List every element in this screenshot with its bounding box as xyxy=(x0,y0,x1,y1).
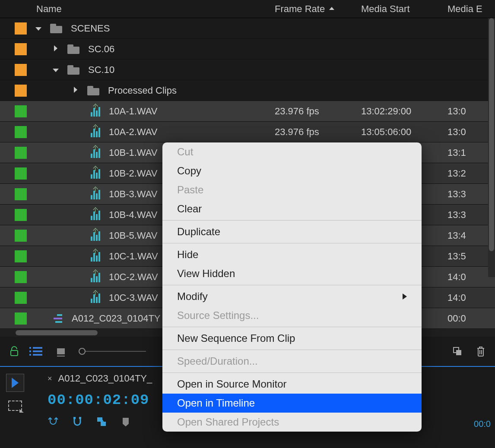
menu-item-label: View Hidden xyxy=(177,268,235,280)
bin-row[interactable]: SCENES xyxy=(0,18,495,39)
menu-item-label: Open Shared Projects xyxy=(177,416,279,428)
lock-icon[interactable] xyxy=(9,346,20,357)
label-swatch[interactable] xyxy=(15,147,27,159)
menu-item-open-shared-projects: Open Shared Projects xyxy=(162,413,422,432)
bin-row[interactable]: SC.10 xyxy=(0,60,495,80)
column-header-media-start[interactable]: Media Start xyxy=(361,3,447,15)
label-swatch[interactable] xyxy=(15,126,27,138)
marker-icon[interactable] xyxy=(120,416,131,427)
label-swatch[interactable] xyxy=(15,312,27,325)
label-swatch[interactable] xyxy=(15,167,27,180)
menu-item-modify[interactable]: Modify xyxy=(162,287,422,306)
svg-rect-0 xyxy=(11,350,18,356)
menu-separator xyxy=(162,327,422,327)
menu-item-label: Speed/Duration... xyxy=(177,355,258,367)
label-swatch[interactable] xyxy=(15,209,27,221)
menu-item-copy[interactable]: Copy xyxy=(162,161,422,180)
label-swatch[interactable] xyxy=(15,250,27,262)
timeline-tab-label: A012_C023_0104TY_ xyxy=(58,373,152,384)
trash-icon[interactable] xyxy=(475,346,486,357)
timeline-right-timecode: 00:0 xyxy=(474,419,491,429)
play-icon xyxy=(12,378,19,388)
menu-item-label: New Sequence From Clip xyxy=(177,332,295,344)
clip-row[interactable]: 10A-2.WAV23.976 fps13:05:06:0013:0 xyxy=(0,122,495,142)
item-name: 10A-1.WAV xyxy=(109,106,275,117)
audio-clip-icon xyxy=(91,168,103,179)
menu-item-open-in-source-monitor[interactable]: Open in Source Monitor xyxy=(162,375,422,394)
menu-item-label: Source Settings... xyxy=(177,309,259,322)
menu-item-paste: Paste xyxy=(162,180,422,199)
folder-icon xyxy=(67,44,81,54)
audio-clip-icon xyxy=(91,230,103,241)
menu-item-label: Copy xyxy=(177,165,201,177)
submenu-arrow-icon xyxy=(403,293,407,300)
column-header-media-end[interactable]: Media E xyxy=(447,3,495,15)
item-name: Processed Clips xyxy=(108,85,275,96)
label-swatch[interactable] xyxy=(15,271,27,283)
audio-clip-icon xyxy=(91,272,103,282)
audio-clip-icon xyxy=(91,210,103,220)
chevron-down-icon[interactable] xyxy=(35,24,42,33)
new-item-icon[interactable] xyxy=(452,346,463,357)
snap-icon[interactable] xyxy=(48,416,59,427)
play-button[interactable] xyxy=(6,374,24,392)
chevron-right-icon[interactable] xyxy=(72,86,79,95)
label-swatch[interactable] xyxy=(15,22,27,35)
label-swatch[interactable] xyxy=(15,64,27,76)
menu-item-clear[interactable]: Clear xyxy=(162,199,422,218)
cell-ms: 13:05:06:00 xyxy=(361,126,447,138)
chevron-right-icon[interactable] xyxy=(52,44,60,54)
audio-clip-icon xyxy=(91,127,103,137)
menu-item-label: Modify xyxy=(177,290,208,303)
label-swatch[interactable] xyxy=(15,230,27,242)
magnet-icon[interactable] xyxy=(72,416,83,427)
menu-item-hide[interactable]: Hide xyxy=(162,245,422,264)
close-tab-icon[interactable]: × xyxy=(48,374,52,383)
bin-row[interactable]: SC.06 xyxy=(0,39,495,60)
menu-item-new-sequence-from-clip[interactable]: New Sequence From Clip xyxy=(162,329,422,348)
svg-rect-4 xyxy=(79,417,81,419)
menu-item-duplicate[interactable]: Duplicate xyxy=(162,222,422,241)
label-swatch[interactable] xyxy=(15,105,27,117)
label-swatch[interactable] xyxy=(15,292,27,304)
label-swatch[interactable] xyxy=(15,85,27,97)
clip-row[interactable]: 10A-1.WAV23.976 fps13:02:29:0013:0 xyxy=(0,101,495,122)
chevron-down-icon[interactable] xyxy=(52,65,60,74)
label-swatch[interactable] xyxy=(15,188,27,200)
sort-ascending-icon xyxy=(329,7,334,10)
cell-ms: 13:02:29:00 xyxy=(361,106,447,117)
menu-separator xyxy=(162,372,422,373)
item-name: SCENES xyxy=(71,23,275,34)
vertical-scrollbar[interactable] xyxy=(488,18,495,277)
cell-fr: 23.976 fps xyxy=(275,106,361,117)
menu-item-view-hidden[interactable]: View Hidden xyxy=(162,264,422,283)
menu-item-label: Open in Timeline xyxy=(177,397,255,409)
menu-item-label: Hide xyxy=(177,249,198,261)
menu-item-cut: Cut xyxy=(162,142,422,161)
menu-item-speed-duration: Speed/Duration... xyxy=(162,352,422,371)
bin-row[interactable]: Processed Clips xyxy=(0,80,495,101)
context-menu: CutCopyPasteClearDuplicateHideView Hidde… xyxy=(162,142,422,432)
label-swatch[interactable] xyxy=(15,43,27,55)
cell-fr: 23.976 fps xyxy=(275,126,361,138)
folder-icon xyxy=(87,86,101,95)
audio-clip-icon xyxy=(91,148,103,158)
column-header-name[interactable]: Name xyxy=(35,3,275,15)
column-header-frame-rate[interactable]: Frame Rate xyxy=(275,3,361,15)
menu-item-label: Duplicate xyxy=(177,226,220,238)
menu-item-open-in-timeline[interactable]: Open in Timeline xyxy=(162,394,422,413)
cell-me: 00:0 xyxy=(447,313,495,324)
svg-rect-3 xyxy=(73,417,76,419)
linked-selection-icon[interactable] xyxy=(96,416,107,427)
sequence-icon xyxy=(54,313,66,324)
selection-tool-icon[interactable] xyxy=(8,401,22,411)
menu-separator xyxy=(162,350,422,350)
icon-view-icon[interactable] xyxy=(55,346,67,357)
audio-clip-icon xyxy=(91,106,103,117)
item-name: SC.06 xyxy=(88,44,275,55)
item-name: SC.10 xyxy=(88,64,275,76)
audio-clip-icon xyxy=(91,189,103,199)
zoom-slider[interactable] xyxy=(79,348,146,355)
list-view-icon[interactable] xyxy=(32,346,43,357)
cell-me: 14:0 xyxy=(447,292,495,303)
